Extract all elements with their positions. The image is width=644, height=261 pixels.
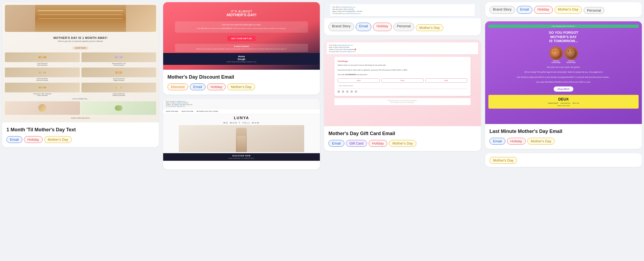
jewelry-item-2: Diamond Mini CuffChain Bracelet <box>81 52 156 66</box>
tag-brand-story-2[interactable]: Brand Story <box>489 6 515 14</box>
jewelry-item-5: Diamond L Mini TeardropChain Bracelet <box>5 83 80 96</box>
column-4: Brand Story Email Holiday Mother's Day P… <box>483 0 644 173</box>
deux-cookie-2 <box>564 46 578 60</box>
card-discount-title: Mother's Day Discount Email <box>167 74 316 80</box>
deux-headline: SO YOU FORGOTMOTHER'S DAYIS TOMORROW... <box>549 31 578 43</box>
tag-holiday-5[interactable]: Holiday <box>534 6 553 14</box>
card-gift-card[interactable]: From: Gently | gently@gentlybrand.com Da… <box>324 40 481 151</box>
card-jewelry-body: 1 Month 'Til Mother's Day Text Email Hol… <box>2 122 159 147</box>
card-deux-body: Last Minute Mother's Day Email Email Hol… <box>485 124 642 149</box>
card-brand-story-col4[interactable]: Brand Story Email Holiday Mother's Day P… <box>485 2 642 17</box>
card-brand-story[interactable]: From: BULK | hello@bulkpowders.com Date:… <box>324 2 481 35</box>
deux-body-4: Use code MILFANDCOOKIES for $10 off firs… <box>535 81 592 84</box>
card-mothersday-col4-bottom[interactable]: Mother's Day <box>485 153 642 167</box>
jewelry-item-4: Jumbo DiamondToggle Bracelet <box>81 68 156 81</box>
tag-email-6[interactable]: Email <box>489 138 505 145</box>
card-jewelry-title: 1 Month 'Til Mother's Day Text <box>6 127 155 133</box>
main-grid: MOTHER'S DAY IS 1 MONTH AWAY! We've got … <box>0 0 644 176</box>
column-1: MOTHER'S DAY IS 1 MONTH AWAY! We've got … <box>0 0 161 154</box>
discount-footer: HomeDough SHOP NOW INSTAGRAM CONTACT US <box>163 53 320 65</box>
card-brand-story-preview: From: BULK | hello@bulkpowders.com Date:… <box>324 2 481 18</box>
jewelry-shop-btn[interactable]: SHOP NOW <box>73 46 88 50</box>
deux-footer-links: QUESTIONS? FOLLOW US TEXT US <box>491 102 636 104</box>
jewelry-img-4 <box>81 68 156 77</box>
tag-mothersday-5[interactable]: Mother's Day <box>554 6 582 14</box>
lunya-nav: SHOP FOR HER SHOP FOR HIM MOTHER'S DAY G… <box>163 109 320 114</box>
jewelry-guide-text: Let Us Guide You... <box>72 98 88 100</box>
tag-mothersday-1[interactable]: Mother's Day <box>44 136 72 143</box>
card-mothersday-col4-bottom-tags: Mother's Day <box>489 157 638 164</box>
lunya-cta-area: DISCOVER NOW FREE SHIPPING ON ORDERS $75… <box>163 153 320 161</box>
jewelry-items-grid: Gold DiamondNaira Bracelet Diamond Mini … <box>5 52 156 96</box>
tag-email-2[interactable]: Email <box>190 83 206 90</box>
card-jewelry-preview: MOTHER'S DAY IS 1 MONTH AWAY! We've got … <box>2 2 159 122</box>
deux-shop-btn[interactable]: Shop DEUX <box>554 86 573 92</box>
discount-email-top: IT'S ALMOST MOTHER'S DAY! <box>224 7 259 20</box>
tag-mothersday-2[interactable]: Mother's Day <box>227 83 255 90</box>
tag-gift-card[interactable]: Gift Card <box>346 140 367 147</box>
card-gift-card-tags: Email Gift Card Holiday Mother's Day <box>328 140 477 147</box>
tag-holiday-1[interactable]: Holiday <box>24 136 43 143</box>
tag-personal-2[interactable]: Personal <box>584 7 604 14</box>
jewelry-img-3 <box>5 68 80 77</box>
card-jewelry-tags: Email Holiday Mother's Day <box>6 136 155 143</box>
jewelry-headline: MOTHER'S DAY IS 1 MONTH AWAY! We've got … <box>53 36 108 42</box>
tag-mothersday-3[interactable]: Mother's Day <box>416 24 443 31</box>
tag-personal[interactable]: Personal <box>393 23 414 31</box>
jewelry-item-1: Gold DiamondNaira Bracelet <box>5 52 80 66</box>
jewelry-item-3: Diamond BeadEternity Bracelet <box>5 68 80 81</box>
lunya-model-img <box>179 125 304 152</box>
card-brand-story-col4-body: Brand Story Email Holiday Mother's Day P… <box>485 2 642 17</box>
deux-banner: Free Shipping When You Buy 2+ <box>488 25 639 28</box>
card-discount-preview: IT'S ALMOST MOTHER'S DAY! Don't you love… <box>163 2 320 70</box>
card-lunya[interactable]: From: Lunya | lunya@lunya.co Date: Fri, … <box>163 99 320 169</box>
tag-holiday-6[interactable]: Holiday <box>507 138 526 145</box>
jewelry-img-6 <box>81 83 156 92</box>
jewelry-img-1 <box>5 52 80 62</box>
deux-logo: DEUX <box>491 97 636 101</box>
gift-card-inner: Greetings, Mother's Day is in two days! … <box>334 57 471 96</box>
tag-holiday-3[interactable]: Holiday <box>373 23 392 31</box>
tag-email-1[interactable]: Email <box>6 136 22 143</box>
card-brand-story-body: Brand Story Email Holiday Personal Mothe… <box>324 18 481 35</box>
deux-body-3: Use Goody to easily send DEUX to your fa… <box>516 76 611 79</box>
card-gift-card-preview: From: Gently | gently@gentlybrand.com Da… <box>324 40 481 126</box>
discount-cta-btn[interactable]: GET YOUR GIFT ON <box>227 36 255 41</box>
card-discount-tags: Discount Email Holiday Mother's Day <box>167 83 316 90</box>
tag-mothersday-4[interactable]: Mother's Day <box>389 140 416 147</box>
column-3: From: BULK | hello@bulkpowders.com Date:… <box>322 0 483 158</box>
deux-body-1: We knew one of you would. We gotcha. <box>546 66 581 69</box>
jewelry-item-6: Gold & DiamondCelebrity Bracelet <box>81 83 156 96</box>
deux-cookie-1 <box>549 46 563 60</box>
card-brand-story-col4-tags: Brand Story Email Holiday Mother's Day P… <box>489 6 638 14</box>
card-brand-story-tags: Brand Story Email Holiday Personal Mothe… <box>328 23 477 31</box>
tag-discount[interactable]: Discount <box>167 83 188 90</box>
tag-holiday-2[interactable]: Holiday <box>207 83 226 90</box>
card-deux-tags: Email Holiday Mother's Day <box>489 138 638 145</box>
card-lunya-body <box>163 161 320 169</box>
tag-mothersday-7[interactable]: Mother's Day <box>489 157 517 164</box>
deux-reply-note: Reply to this email <box>491 105 636 106</box>
jewelry-img-5 <box>5 83 80 92</box>
tag-email-4[interactable]: Email <box>328 140 344 147</box>
card-deux-title: Last Minute Mother's Day Email <box>489 128 638 135</box>
deux-cookies-row: FrubassleCookie Dough CalumentDouble Dou… <box>549 46 578 63</box>
discount-email-box: Don't you love when the perfect gift is … <box>175 21 308 33</box>
tag-email-3[interactable]: Email <box>356 23 372 31</box>
social-icons <box>338 89 467 93</box>
tag-email-5[interactable]: Email <box>517 6 533 14</box>
deux-yellow-section: DEUX QUESTIONS? FOLLOW US TEXT US Reply … <box>488 95 639 109</box>
shop-bracelets-btn[interactable]: SHOP BRACELETS <box>20 116 141 120</box>
amount-buttons: $100 $150 $200 <box>338 78 467 83</box>
card-deux[interactable]: Free Shipping When You Buy 2+ SO YOU FOR… <box>485 21 642 149</box>
card-jewelry[interactable]: MOTHER'S DAY IS 1 MONTH AWAY! We've got … <box>2 2 159 147</box>
card-gift-card-title: Mother's Day Gift Card Email <box>328 130 477 137</box>
card-lunya-preview: From: Lunya | lunya@lunya.co Date: Fri, … <box>163 99 320 161</box>
tag-mothersday-6[interactable]: Mother's Day <box>527 138 555 145</box>
tag-brand-story[interactable]: Brand Story <box>328 23 354 31</box>
deux-body-2: Gift on Goody! The perfect app for last … <box>523 71 604 74</box>
card-discount[interactable]: IT'S ALMOST MOTHER'S DAY! Don't you love… <box>163 2 320 95</box>
card-gift-card-body: Mother's Day Gift Card Email Email Gift … <box>324 126 481 151</box>
lunya-logo: LUNYA <box>234 116 249 120</box>
tag-holiday-4[interactable]: Holiday <box>369 140 387 147</box>
